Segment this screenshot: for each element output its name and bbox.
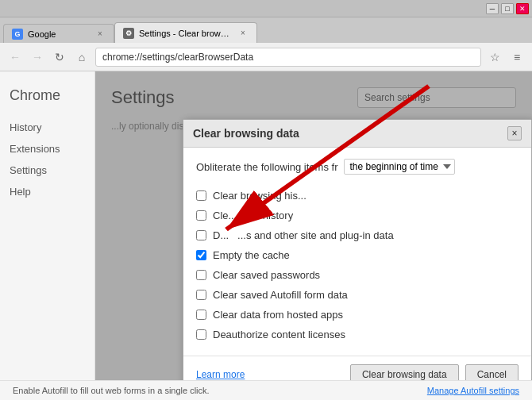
close-button[interactable]: ✕	[516, 3, 529, 14]
tab-settings-close[interactable]: ×	[237, 28, 249, 39]
checkbox-hosted-apps-label: Clear data from hosted apps	[213, 309, 343, 321]
tab-google-close[interactable]: ×	[94, 29, 106, 40]
sidebar: Chrome History Extensions Settings Help	[0, 71, 95, 380]
reload-button[interactable]: ↻	[51, 48, 68, 66]
sidebar-item-settings[interactable]: Settings	[10, 160, 94, 181]
clear-browsing-dialog: Clear browsing data × Obliterate the fol…	[183, 119, 532, 380]
content-area: Chrome History Extensions Settings Help …	[0, 71, 532, 380]
obliterate-row: Obliterate the following items fr the be…	[196, 159, 519, 175]
checkbox-passwords-label: Clear saved passwords	[213, 269, 320, 281]
tab-settings-label: Settings - Clear browsing	[139, 29, 233, 38]
checkbox-hosted-apps: Clear data from hosted apps	[196, 305, 519, 325]
checkbox-download-history: Cle... ...d history	[196, 206, 519, 225]
tab-bar: G Google × ⚙ Settings - Clear browsing ×	[0, 17, 532, 43]
maximize-button[interactable]: □	[501, 3, 514, 14]
checkbox-cache: Empty the cache	[196, 245, 519, 265]
checkbox-cache-input[interactable]	[196, 250, 206, 260]
time-range-select[interactable]: the beginning of time last hour last day…	[344, 159, 455, 175]
checkbox-passwords-input[interactable]	[196, 270, 206, 280]
bookmark-icon[interactable]: ☆	[486, 48, 503, 66]
tab-settings[interactable]: ⚙ Settings - Clear browsing ×	[114, 22, 257, 43]
checkbox-download-history-input[interactable]	[196, 210, 206, 221]
tab-google-label: Google	[28, 29, 90, 39]
checkbox-browsing-history-label: Clear browsing his...	[213, 190, 306, 202]
minimize-button[interactable]: ─	[486, 3, 499, 14]
dialog-body: Obliterate the following items fr the be…	[183, 148, 531, 356]
dialog-titlebar: Clear browsing data ×	[183, 120, 531, 148]
cancel-button[interactable]: Cancel	[465, 364, 519, 380]
title-bar: ─ □ ✕	[0, 0, 532, 17]
checkbox-cookies: D... ...s and other site and plug-in dat…	[196, 225, 519, 245]
checkbox-hosted-apps-input[interactable]	[196, 310, 206, 320]
sidebar-item-extensions[interactable]: Extensions	[10, 138, 94, 160]
checkbox-autofill: Clear saved Autofill form data	[196, 285, 519, 305]
checkbox-cookies-input[interactable]	[196, 230, 206, 240]
checkbox-autofill-input[interactable]	[196, 290, 206, 300]
settings-favicon: ⚙	[123, 28, 134, 39]
checkbox-download-history-label: Cle... ...d history	[213, 210, 293, 221]
tab-google[interactable]: G Google ×	[3, 24, 114, 43]
manage-autofill-link[interactable]: Manage Autofill settings	[427, 386, 519, 395]
bottom-text: Enable Autofill to fill out web forms in…	[13, 386, 210, 395]
checkbox-autofill-label: Clear saved Autofill form data	[213, 289, 348, 301]
browser-frame: ─ □ ✕ G Google × ⚙ Settings - Clear brow…	[0, 0, 532, 400]
address-bar[interactable]: chrome://settings/clearBrowserData	[95, 48, 481, 67]
obliterate-text: Obliterate the following items fr	[196, 161, 337, 173]
menu-icon[interactable]: ≡	[508, 48, 526, 66]
dialog-footer: Learn more Clear browsing data Cancel	[183, 356, 531, 380]
checkbox-browsing-history-input[interactable]	[196, 190, 206, 201]
learn-more-link[interactable]: Learn more	[196, 369, 245, 380]
address-bar-area: ← → ↻ ⌂ chrome://settings/clearBrowserDa…	[0, 43, 532, 71]
dialog-close-button[interactable]: ×	[507, 126, 522, 140]
checkbox-licenses: Deauthorize content licenses	[196, 325, 519, 344]
bottom-bar: Enable Autofill to fill out web forms in…	[0, 380, 532, 400]
checkbox-cookies-label: D... ...s and other site and plug-in dat…	[213, 229, 394, 241]
checkbox-licenses-label: Deauthorize content licenses	[213, 329, 345, 340]
checkbox-passwords: Clear saved passwords	[196, 265, 519, 285]
back-button[interactable]: ←	[6, 48, 24, 66]
checkbox-cache-label: Empty the cache	[213, 249, 290, 261]
sidebar-item-history[interactable]: History	[10, 117, 94, 138]
footer-buttons: Clear browsing data Cancel	[350, 364, 519, 380]
sidebar-item-help[interactable]: Help	[10, 181, 94, 202]
home-button[interactable]: ⌂	[73, 48, 91, 66]
forward-button[interactable]: →	[29, 48, 46, 66]
title-bar-controls: ─ □ ✕	[486, 3, 529, 14]
dialog-title: Clear browsing data	[193, 127, 299, 140]
sidebar-title: Chrome	[10, 87, 94, 104]
clear-browsing-data-button[interactable]: Clear browsing data	[350, 364, 459, 380]
google-favicon: G	[12, 29, 23, 40]
checkbox-licenses-input[interactable]	[196, 329, 206, 340]
address-text: chrome://settings/clearBrowserData	[102, 52, 253, 63]
main-area: Settings ...ly optionally disable Clear …	[95, 71, 532, 380]
checkbox-browsing-history: Clear browsing his...	[196, 186, 519, 206]
